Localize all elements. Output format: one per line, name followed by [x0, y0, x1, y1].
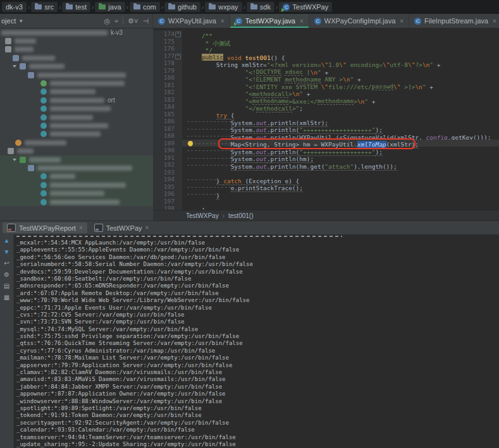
line-number[interactable]: 174− [153, 30, 182, 38]
code-line-text: System.out.println(xmlStr); [182, 118, 328, 125]
editor-tab-testwxpay-java[interactable]: CTestWXPay.java× [230, 14, 309, 28]
tree-row[interactable] [0, 173, 153, 181]
tree-expand-arrow-icon[interactable] [13, 65, 16, 68]
project-panel-title-group[interactable]: oject ▼ [1, 17, 23, 25]
line-number[interactable]: 193 [153, 169, 182, 176]
tree-row[interactable] [0, 105, 153, 113]
print-icon[interactable]: ▤ [4, 282, 9, 290]
line-number[interactable]: 189 [153, 140, 182, 147]
fold-marker-icon[interactable]: − [175, 54, 181, 59]
close-tab-icon[interactable]: × [145, 224, 149, 231]
tree-row[interactable] [0, 71, 153, 79]
code-line-text: "<methodname>&xxe;</methodname>\n" + [182, 96, 376, 104]
breadcrumb-item-github[interactable]: github [164, 2, 200, 12]
breadcrumb-item-java[interactable]: java [95, 2, 125, 12]
line-number[interactable]: 188 [153, 132, 182, 140]
fold-marker-icon[interactable]: − [175, 32, 181, 37]
close-tab-icon[interactable]: × [493, 18, 496, 25]
breadcrumb-item-src[interactable]: src [31, 2, 58, 12]
line-number[interactable]: 184 [153, 103, 182, 111]
clear-all-icon[interactable]: ▦ [4, 294, 9, 301]
line-number[interactable]: 194 [153, 176, 182, 183]
line-number[interactable]: 196 [153, 190, 182, 198]
tree-row[interactable] [0, 45, 153, 54]
run-tab-testwxpayreport[interactable]: TestWXPayReport× [3, 222, 87, 233]
close-tab-icon[interactable]: × [221, 18, 225, 25]
line-number[interactable]: 175 [153, 38, 182, 45]
tree-row[interactable] [0, 155, 153, 164]
tree-row[interactable] [0, 138, 153, 147]
line-number[interactable]: 180 [153, 74, 182, 82]
indent-whitespace [187, 74, 245, 82]
tree-row[interactable] [0, 63, 153, 71]
breadcrumb-item-sdk[interactable]: sdk [247, 2, 274, 12]
line-number[interactable]: 178 [153, 59, 182, 67]
editor-tab-wxpayutil-java[interactable]: CWXPayUtil.java× [153, 14, 230, 28]
code-line-195: 195e.printStackTrace(); [153, 183, 499, 191]
close-tab-icon[interactable]: × [300, 18, 304, 25]
run-tab-testwxpay[interactable]: TestWXPay× [90, 222, 154, 233]
down-stack-trace-icon[interactable]: ▼ [4, 248, 10, 256]
breadcrumb-class[interactable]: TestWXPay [186, 212, 219, 219]
up-stack-trace-icon[interactable]: ▲ [4, 237, 10, 245]
line-number[interactable]: 186 [153, 118, 182, 125]
line-number[interactable]: 192 [153, 161, 182, 169]
breadcrumb-item-label: wxpay [218, 3, 238, 11]
tree-row[interactable] [0, 164, 153, 172]
line-number[interactable]: 185 [153, 111, 182, 118]
console-line: _sshd:*:75:75:sshd Privilege separation:… [16, 333, 499, 340]
console-line: _ard:*:67:67:Apple Remote Desktop:/var/e… [16, 290, 499, 297]
breadcrumb-member[interactable]: test001() [228, 212, 253, 219]
editor-tab-wxpayconfigimpl-java[interactable]: CWXPayConfigImpl.java× [309, 14, 409, 28]
line-number[interactable]: 179 [153, 67, 182, 75]
line-number[interactable]: 198 [153, 205, 182, 210]
code-line-177: 177−public void test001() { [153, 52, 499, 60]
tree-row[interactable] [0, 121, 153, 130]
soft-wrap-icon[interactable]: ↩ [4, 260, 9, 267]
console-output[interactable]: _mcxalr:*:54:54:MCX AppLaunch:/var/empty… [14, 234, 499, 448]
settings-icon[interactable]: ⚙˅ [128, 17, 138, 25]
code-line-178: 178String xmlStr="<?xml version=\"1.0\" … [153, 59, 499, 67]
line-number[interactable]: 195 [153, 183, 182, 191]
hide-panel-icon[interactable]: ⊣ [142, 17, 149, 25]
tree-row[interactable] [0, 147, 153, 155]
tree-row[interactable] [0, 37, 153, 45]
tree-row[interactable]: k-v3 [0, 28, 153, 37]
tree-row[interactable] [0, 130, 153, 138]
tree-row[interactable] [0, 189, 153, 197]
tree-row[interactable] [0, 54, 153, 62]
line-number[interactable]: 190 [153, 147, 182, 154]
tree-row[interactable] [0, 198, 153, 206]
collapse-all-icon[interactable]: ÷ [114, 17, 118, 25]
line-number[interactable]: 181 [153, 82, 182, 89]
breadcrumb-item-testwxpay[interactable]: CTestWXPay [279, 2, 332, 12]
editor-tab-fileinputstream-java[interactable]: CFileInputStream.java× [409, 14, 499, 28]
close-tab-icon[interactable]: × [400, 18, 404, 25]
line-number[interactable]: 182 [153, 88, 182, 96]
intention-bulb-icon[interactable] [188, 141, 193, 146]
file-teal-icon [40, 131, 47, 137]
editor-tab-bar: CWXPayUtil.java×CTestWXPay.java×CWXPayCo… [153, 14, 499, 28]
line-number[interactable]: 191 [153, 154, 182, 162]
close-tab-icon[interactable]: × [79, 224, 83, 231]
code-line-175: 175 * 小测试 [153, 38, 499, 45]
line-number[interactable]: 177− [153, 52, 182, 60]
tree-row[interactable] [0, 79, 153, 87]
line-number[interactable]: 197 [153, 198, 182, 205]
line-number[interactable]: 176 [153, 45, 182, 52]
breadcrumb-item-dk-v3[interactable]: dk-v3 [2, 2, 27, 12]
tree-expand-arrow-icon[interactable] [13, 159, 16, 161]
breadcrumb-item-test[interactable]: test [62, 2, 90, 12]
folder-icon [13, 55, 19, 61]
locate-icon[interactable]: ◎ [104, 17, 110, 25]
tree-row[interactable] [0, 181, 153, 189]
tree-row[interactable] [0, 113, 153, 121]
tree-row[interactable] [0, 88, 153, 96]
code-editor[interactable]: 174−/**175 * 小测试176 */177−public void te… [153, 28, 499, 210]
line-number[interactable]: 187 [153, 125, 182, 133]
breadcrumb-item-wxpay[interactable]: wxpay [205, 2, 242, 12]
scroll-to-end-icon[interactable]: ⚙ [4, 271, 9, 279]
breadcrumb-item-com[interactable]: com [130, 2, 160, 12]
tree-row[interactable]: ort [0, 96, 153, 104]
line-number[interactable]: 183 [153, 96, 182, 104]
